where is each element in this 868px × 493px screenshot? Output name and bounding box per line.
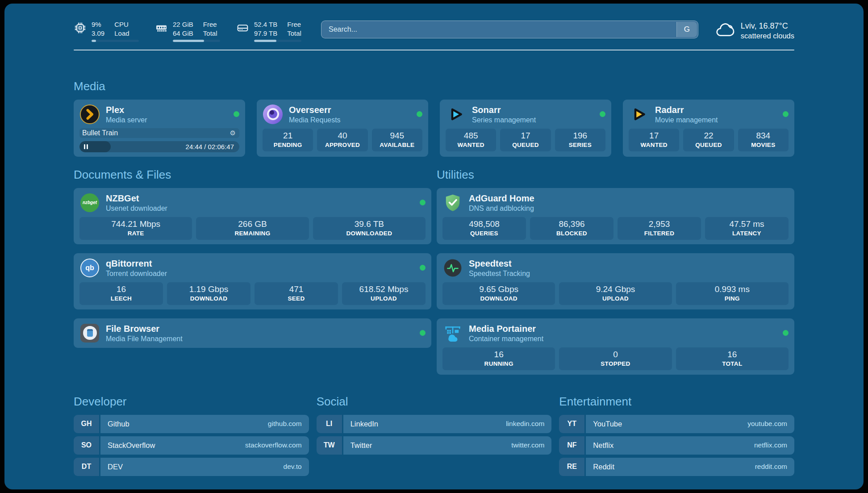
service-card-portainer[interactable]: Media Portainer Container management 16R…: [437, 318, 794, 375]
stat-box: 196SERIES: [555, 129, 605, 151]
weather-widget: Lviv, 16.87°C scattered clouds: [714, 20, 794, 42]
bookmark-name: StackOverflow: [108, 441, 155, 450]
service-card-nzbget[interactable]: nzbget NZBGet Usenet downloader 744.21 M…: [74, 188, 431, 244]
speedtest-icon: [442, 258, 463, 278]
bookmark-url: github.com: [268, 420, 302, 428]
playback-progress-bar: 24:44 / 02:06:47: [79, 141, 239, 152]
bookmark-abbr: RE: [559, 458, 584, 476]
bookmark-netflix[interactable]: NF Netflixnetflix.com: [559, 436, 794, 455]
cpu-usage-value: 9%: [92, 20, 104, 29]
ram-progress-bar: [173, 40, 220, 42]
stat-box: 40APPROVED: [317, 129, 367, 151]
service-subtitle: Usenet downloader: [106, 205, 167, 213]
bookmark-dev[interactable]: DT DEVdev.to: [74, 458, 309, 476]
bookmark-name: LinkedIn: [351, 420, 378, 428]
cloud-icon: [714, 20, 735, 42]
status-dot: [600, 111, 605, 117]
service-card-filebrowser[interactable]: File Browser Media File Management: [74, 318, 431, 348]
service-title: File Browser: [106, 323, 183, 334]
filebrowser-icon: [79, 323, 100, 343]
bookmark-linkedin[interactable]: LI LinkedInlinkedin.com: [317, 415, 552, 433]
search-provider-button[interactable]: G: [676, 22, 697, 37]
pause-icon[interactable]: [84, 144, 85, 149]
status-dot: [417, 111, 422, 117]
playback-time: 24:44 / 02:06:47: [186, 141, 234, 152]
bookmark-stackoverflow[interactable]: SO StackOverflowstackoverflow.com: [74, 436, 309, 455]
service-card-adguard[interactable]: AdGuard Home DNS and adblocking 498,508Q…: [437, 188, 794, 244]
nzbget-icon: nzbget: [79, 192, 100, 213]
bookmark-twitter[interactable]: TW Twittertwitter.com: [317, 436, 552, 455]
stat-box: 945AVAILABLE: [372, 129, 422, 151]
service-subtitle: Torrent downloader: [106, 270, 167, 278]
search-bar: G: [321, 21, 698, 38]
service-title: qBittorrent: [106, 258, 167, 269]
service-card-radarr[interactable]: Radarr Movie management 17WANTED 22QUEUE…: [623, 100, 794, 157]
service-card-qbittorrent[interactable]: qb qBittorrent Torrent downloader 16LEEC…: [74, 253, 431, 309]
service-subtitle: DNS and adblocking: [469, 205, 534, 213]
bookmark-abbr: NF: [559, 436, 584, 455]
status-dot: [420, 200, 426, 205]
disk-resource-widget: 52.4 TB97.9 TB FreeTotal: [236, 20, 301, 42]
status-dot: [783, 111, 789, 117]
stat-box: 1.19 GbpsDOWNLOAD: [167, 282, 250, 305]
disk-progress-bar: [254, 40, 301, 42]
playback-progress-fill: [79, 141, 111, 152]
service-title: AdGuard Home: [469, 193, 534, 204]
service-card-sonarr[interactable]: Sonarr Series management 485WANTED 17QUE…: [440, 100, 611, 157]
stat-box: 485WANTED: [446, 129, 496, 151]
stat-box: 16LEECH: [79, 282, 163, 305]
weather-condition: scattered clouds: [741, 32, 794, 40]
now-playing-row: Bullet Train ⚙: [79, 128, 239, 138]
gear-icon[interactable]: ⚙: [230, 129, 236, 137]
bookmark-url: youtube.com: [747, 420, 787, 428]
service-subtitle: Media File Management: [106, 335, 183, 343]
bookmark-url: dev.to: [284, 463, 302, 471]
stat-box: 266 GBREMAINING: [196, 217, 309, 240]
stat-box: 86,396BLOCKED: [530, 217, 613, 240]
status-dot: [234, 111, 239, 117]
stat-box: 471SEED: [255, 282, 338, 305]
disk-free-value: 52.4 TB: [254, 20, 277, 29]
service-card-speedtest[interactable]: Speedtest Speedtest Tracking 9.65 GbpsDO…: [437, 253, 794, 309]
bookmark-url: linkedin.com: [506, 420, 544, 428]
cpu-resource-widget: 9%3.09 CPULoad: [74, 20, 139, 42]
disk-total-value: 97.9 TB: [254, 29, 277, 38]
bookmark-url: twitter.com: [511, 441, 544, 449]
cpu-label: CPU: [114, 20, 129, 29]
section-title-developer: Developer: [74, 394, 309, 409]
bookmark-name: DEV: [108, 463, 123, 471]
service-subtitle: Container management: [469, 335, 543, 343]
header-divider: [74, 50, 794, 50]
memory-resource-widget: 22 GiB64 GiB FreeTotal: [155, 20, 220, 42]
stat-box: 9.24 GbpsUPLOAD: [559, 282, 672, 305]
bookmark-abbr: SO: [74, 436, 99, 455]
stat-box: 618.52 MbpsUPLOAD: [342, 282, 426, 305]
stat-box: 39.6 TBDOWNLOADED: [313, 217, 426, 240]
service-card-plex[interactable]: Plex Media server Bullet Train ⚙ 24:44 /…: [74, 100, 245, 157]
stat-box: 0STOPPED: [559, 347, 672, 370]
section-title-documents: Documents & Files: [74, 167, 431, 182]
service-subtitle: Media Requests: [289, 116, 341, 124]
bookmark-github[interactable]: GH Githubgithub.com: [74, 415, 309, 433]
section-title-utilities: Utilities: [437, 167, 794, 182]
stat-box: 17QUEUED: [500, 129, 551, 151]
service-card-overseerr[interactable]: Overseerr Media Requests 21PENDING 40APP…: [257, 100, 428, 157]
bookmark-name: Twitter: [351, 441, 372, 450]
overseerr-icon: [263, 104, 283, 125]
section-title-social: Social: [317, 394, 552, 409]
stat-box: 16TOTAL: [676, 347, 789, 370]
status-dot: [420, 330, 426, 336]
ram-total-label: Total: [203, 29, 217, 38]
search-input[interactable]: [321, 21, 698, 38]
ram-icon: [155, 21, 168, 42]
bookmark-reddit[interactable]: RE Redditreddit.com: [559, 458, 794, 476]
bookmark-name: Github: [108, 420, 129, 428]
service-subtitle: Movie management: [655, 116, 718, 124]
bookmark-youtube[interactable]: YT YouTubeyoutube.com: [559, 415, 794, 433]
stat-box: 744.21 MbpsRATE: [79, 217, 192, 240]
status-dot: [420, 265, 426, 271]
radarr-icon: [629, 104, 649, 125]
bookmark-name: YouTube: [593, 420, 622, 428]
bookmark-abbr: TW: [317, 436, 342, 455]
disk-free-label: Free: [287, 20, 301, 29]
